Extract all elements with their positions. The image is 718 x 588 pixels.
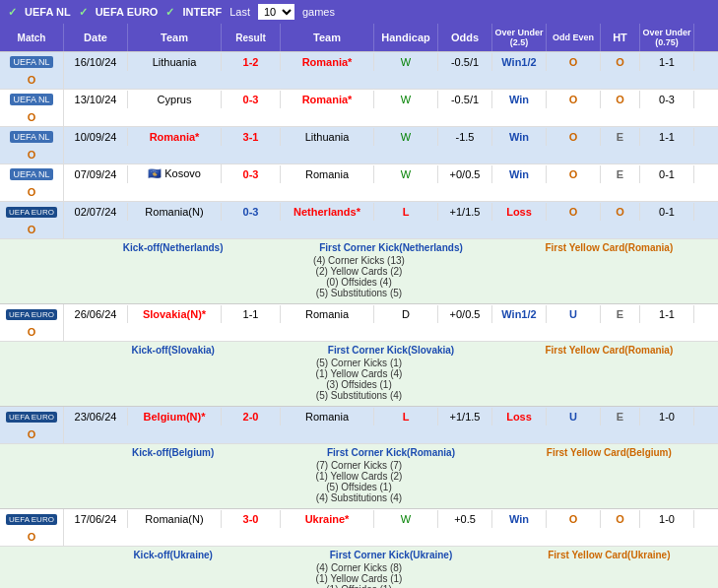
match-ht: 1-0 [640, 510, 694, 528]
match-over-under2: O [0, 71, 64, 89]
match-over-under2: O [0, 183, 64, 201]
match-over-under: O [547, 53, 601, 71]
match-odd-even: O [601, 510, 640, 528]
match-over-under: O [547, 203, 601, 221]
match-over-under: O [547, 128, 601, 146]
detail-line-4: (4) Substitutions (4) [0, 492, 718, 503]
match-odd-even: E [601, 408, 640, 425]
match-league: UEFA NL [0, 164, 64, 183]
col-over-under2: Over Under (0.75) [640, 24, 694, 51]
match-indicator: W [374, 53, 438, 71]
match-handicap: +0/0.5 [438, 305, 492, 323]
detail-first-yellow: First Yellow Card(Romania) [500, 242, 718, 253]
match-date: 13/10/24 [64, 91, 128, 108]
table-row: UEFA NL 16/10/24 Lithuania 1-2 Romania* … [0, 52, 718, 90]
match-date: 17/06/24 [64, 510, 128, 528]
match-odds: Win [492, 91, 547, 108]
match-over-under2: O [0, 425, 64, 443]
match-over-under2: O [0, 528, 64, 546]
col-handicap: Handicap [374, 24, 438, 51]
detail-kickoff: Kick-off(Belgium) [64, 447, 282, 458]
col-odds: Odds [438, 24, 492, 51]
match-handicap: +0/0.5 [438, 165, 492, 183]
match-result: 3-0 [222, 510, 281, 528]
match-team2: Romania [281, 165, 374, 183]
match-over-under: O [547, 510, 601, 528]
match-date: 07/09/24 [64, 165, 128, 183]
table-row: UEFA EURO 17/06/24 Romania(N) 3-0 Ukrain… [0, 509, 718, 547]
detail-first-yellow: First Yellow Card(Belgium) [500, 447, 718, 458]
check-icon-2: ✓ [79, 6, 88, 19]
last-label: Last [229, 6, 250, 18]
match-indicator: D [374, 305, 438, 323]
match-date: 10/09/24 [64, 128, 128, 146]
match-over-under2: O [0, 221, 64, 238]
match-team1: Cyprus [128, 91, 222, 108]
match-odd-even: E [601, 165, 640, 183]
detail-line-2: (1) Yellow Cards (1) [0, 573, 718, 584]
match-result: 1-2 [222, 53, 281, 71]
match-odd-even: O [601, 91, 640, 108]
detail-line-3: (5) Offsides (1) [0, 482, 718, 492]
detail-first-corner: First Corner Kick(Netherlands) [282, 242, 499, 253]
match-league: UEFA EURO [0, 202, 64, 221]
match-result: 2-0 [222, 408, 281, 425]
detail-line-3: (1) Offsides (1) [0, 584, 718, 588]
match-odds: Win [492, 128, 547, 146]
col-date: Date [64, 24, 128, 51]
match-indicator: W [374, 91, 438, 108]
last-games-select[interactable]: 10 5 20 [258, 4, 294, 20]
league-label-euro: UEFA EURO [96, 6, 159, 18]
match-team2: Ukraine* [281, 510, 374, 528]
match-handicap: -0.5/1 [438, 53, 492, 71]
detail-line-4: (5) Substitutions (4) [0, 390, 718, 401]
detail-first-yellow: First Yellow Card(Ukraine) [500, 550, 718, 560]
detail-line-2: (1) Yellow Cards (4) [0, 368, 718, 379]
match-ht: 0-1 [640, 165, 694, 183]
table-row: UEFA EURO 23/06/24 Belgium(N)* 2-0 Roman… [0, 407, 718, 444]
match-odds: Win1/2 [492, 305, 547, 323]
detail-line-2: (1) Yellow Cards (2) [0, 471, 718, 482]
league-label-nl: UEFA NL [25, 6, 71, 18]
match-over-under: U [547, 408, 601, 425]
detail-line-4: (5) Substitutions (5) [0, 288, 718, 298]
match-ht: 0-3 [640, 91, 694, 108]
match-team1: Slovakia(N)* [128, 305, 222, 323]
col-result: Result [222, 24, 281, 51]
match-odds: Win1/2 [492, 53, 547, 71]
table-row: UEFA EURO 02/07/24 Romania(N) 0-3 Nether… [0, 202, 718, 239]
detail-line-1: (7) Corner Kicks (7) [0, 460, 718, 471]
match-ht: 1-0 [640, 408, 694, 425]
match-team1: Lithuania [128, 53, 222, 71]
detail-kickoff: Kick-off(Netherlands) [64, 242, 282, 253]
match-indicator: W [374, 128, 438, 146]
match-league: UEFA NL [0, 52, 64, 71]
match-odd-even: O [601, 53, 640, 71]
match-ht: 1-1 [640, 305, 694, 323]
match-team2: Romania [281, 408, 374, 425]
match-team1: Romania(N) [128, 510, 222, 528]
match-handicap: -0.5/1 [438, 91, 492, 108]
match-indicator: W [374, 165, 438, 183]
col-odd-even: Odd Even [547, 24, 601, 51]
match-team2: Netherlands* [281, 203, 374, 221]
match-odd-even: E [601, 128, 640, 146]
match-odds: Win [492, 165, 547, 183]
match-indicator: L [374, 203, 438, 221]
detail-kickoff: Kick-off(Slovakia) [64, 345, 282, 356]
detail-line-1: (4) Corner Kicks (8) [0, 562, 718, 573]
detail-row: Kick-off(Slovakia) First Corner Kick(Slo… [0, 342, 718, 407]
detail-row: Kick-off(Ukraine) First Corner Kick(Ukra… [0, 547, 718, 588]
match-odd-even: O [601, 203, 640, 221]
detail-line-1: (5) Corner Kicks (1) [0, 358, 718, 368]
match-league: UEFA EURO [0, 304, 64, 323]
detail-row: Kick-off(Netherlands) First Corner Kick(… [0, 239, 718, 304]
detail-line-1: (4) Corner Kicks (13) [0, 255, 718, 266]
col-ht: HT [601, 24, 640, 51]
table-row: UEFA NL 07/09/24 🇽🇰 Kosovo 0-3 Romania W… [0, 164, 718, 202]
match-odds: Win [492, 510, 547, 528]
match-team1: 🇽🇰 Kosovo [128, 164, 222, 183]
filter-header: ✓ UEFA NL ✓ UEFA EURO ✓ INTERF Last 10 5… [0, 0, 718, 24]
check-icon-1: ✓ [8, 6, 17, 19]
match-ht: 1-1 [640, 53, 694, 71]
